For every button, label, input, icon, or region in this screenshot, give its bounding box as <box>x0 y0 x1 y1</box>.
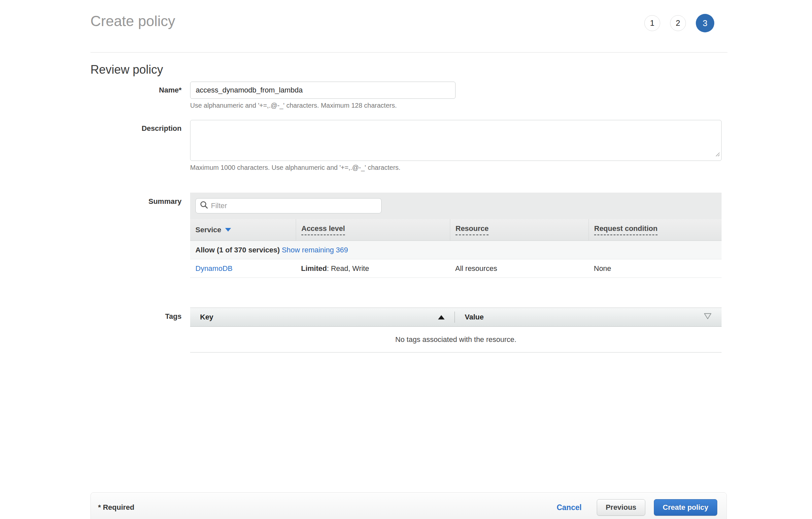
step-2-circle[interactable]: 2 <box>670 15 686 31</box>
summary-filter-band <box>190 193 722 219</box>
sort-asc-icon[interactable] <box>438 315 445 320</box>
access-level-header-label: Access level <box>301 224 345 235</box>
tags-section: Tags Key Value <box>90 307 727 353</box>
resource-header-label: Resource <box>456 224 489 235</box>
summary-panel: Service Access level Resource Request co… <box>190 193 722 278</box>
service-header-label: Service <box>195 226 221 234</box>
name-label: Name* <box>90 82 181 109</box>
name-row: Name* Use alphanumeric and '+=,.@-_' cha… <box>90 82 727 109</box>
footer-actions: Cancel Previous Create policy <box>556 499 717 516</box>
step-indicator: 1 2 3 <box>634 14 714 32</box>
column-header-resource[interactable]: Resource <box>450 219 588 241</box>
sort-desc-icon <box>225 228 231 231</box>
search-icon <box>200 200 208 211</box>
tags-table: Key Value No tags associated with the re… <box>190 307 722 353</box>
summary-filter-box[interactable] <box>195 198 382 213</box>
cancel-link[interactable]: Cancel <box>556 503 581 512</box>
show-remaining-link[interactable]: Show remaining 369 <box>282 246 348 254</box>
summary-table-header: Service Access level Resource Request co… <box>190 219 722 241</box>
tags-empty-state: No tags associated with the resource. <box>190 327 722 353</box>
key-header-label: Key <box>200 313 213 322</box>
access-level-cell: Limited: Read, Write <box>296 264 450 273</box>
create-policy-wizard: Create policy 1 2 3 Review policy Name* … <box>90 0 727 353</box>
access-level-prefix: Limited <box>301 264 327 273</box>
summary-label: Summary <box>90 193 181 278</box>
previous-button[interactable]: Previous <box>597 499 645 516</box>
wizard-action-bar: * Required Cancel Previous Create policy <box>90 492 727 519</box>
column-header-service[interactable]: Service <box>190 219 296 241</box>
tags-table-header: Key Value <box>190 307 722 327</box>
description-help-text: Maximum 1000 characters. Use alphanumeri… <box>190 164 727 171</box>
name-help-text: Use alphanumeric and '+=,.@-_' character… <box>190 102 727 109</box>
allow-group-row: Allow (1 of 370 services) Show remaining… <box>190 241 722 260</box>
policy-name-input[interactable] <box>190 82 456 99</box>
required-note: * Required <box>98 499 134 516</box>
service-dynamodb-link[interactable]: DynamoDB <box>195 264 232 273</box>
tags-label: Tags <box>90 307 181 353</box>
page-title: Create policy <box>90 12 175 30</box>
textarea-resize-handle-icon[interactable] <box>715 150 720 159</box>
table-row: DynamoDB Limited: Read, Write All resour… <box>190 260 722 278</box>
header-divider <box>90 52 727 53</box>
description-label: Description <box>90 120 181 171</box>
value-header-label: Value <box>465 313 484 322</box>
tags-key-column-header[interactable]: Key <box>190 308 455 326</box>
summary-filter-input[interactable] <box>211 201 377 210</box>
step-3-circle-active: 3 <box>696 14 714 32</box>
wizard-header: Create policy 1 2 3 <box>90 0 727 32</box>
access-level-rest: : Read, Write <box>327 264 369 273</box>
request-condition-cell: None <box>588 264 722 273</box>
tags-value-column-header[interactable]: Value <box>455 308 722 326</box>
allow-group-text: Allow (1 of 370 services) <box>195 246 280 254</box>
summary-section: Summary Serv <box>90 193 727 278</box>
column-header-request-condition[interactable]: Request condition <box>588 219 722 241</box>
description-row: Description Maximum 1000 characters. Use… <box>90 120 727 171</box>
resource-cell: All resources <box>450 264 588 273</box>
sort-down-outline-icon[interactable] <box>704 313 712 322</box>
column-header-access-level[interactable]: Access level <box>296 219 450 241</box>
request-condition-header-label: Request condition <box>594 224 658 235</box>
step-1-circle[interactable]: 1 <box>644 15 660 31</box>
create-policy-button[interactable]: Create policy <box>654 499 717 516</box>
policy-description-textarea[interactable] <box>190 120 722 161</box>
section-title: Review policy <box>90 62 727 77</box>
